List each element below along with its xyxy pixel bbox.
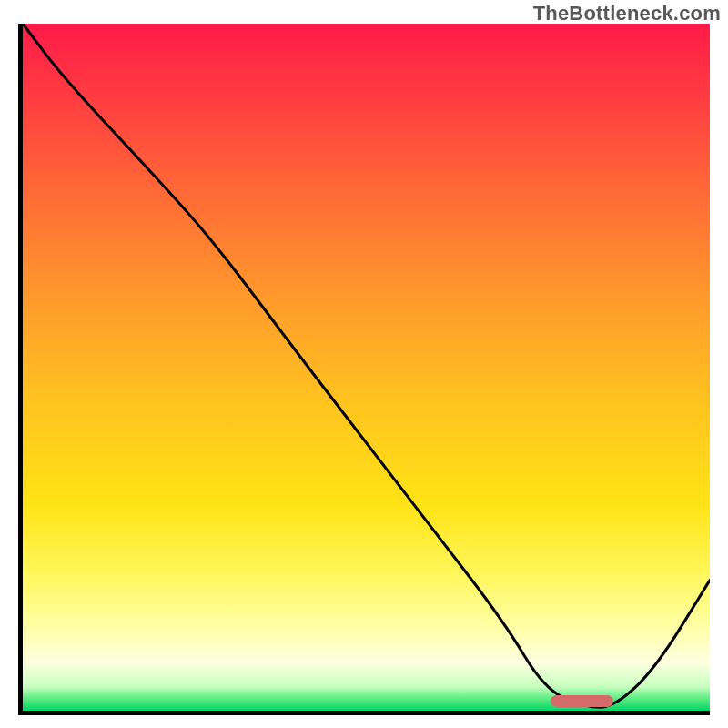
plot-area	[23, 24, 710, 711]
bottleneck-curve	[23, 24, 710, 711]
optimal-range-marker	[551, 695, 613, 707]
chart-container: TheBottleneck.com	[0, 0, 728, 728]
watermark-text: TheBottleneck.com	[533, 2, 721, 25]
